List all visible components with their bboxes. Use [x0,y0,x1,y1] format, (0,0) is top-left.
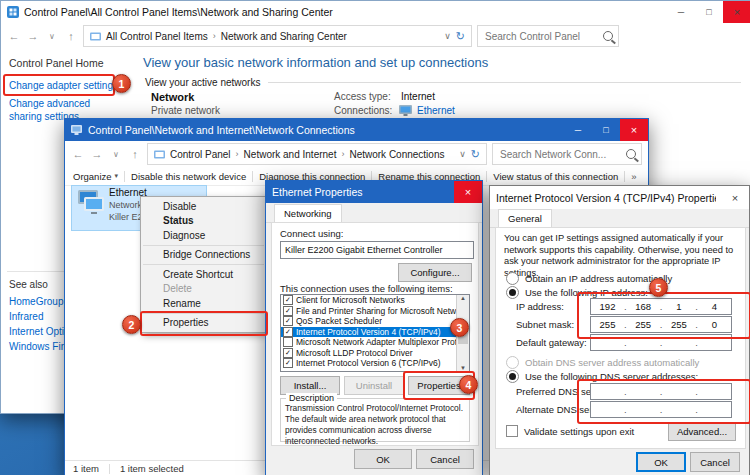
octet[interactable]: 255 [591,319,624,330]
sidebar-item-change-adapter-settings[interactable]: Change adapter settings [9,80,118,91]
octet[interactable]: 0 [698,319,731,330]
divider [268,82,741,83]
sidebar-item-control-panel-home[interactable]: Control Panel Home [9,57,104,69]
octet[interactable]: 1 [662,301,695,312]
tab-general[interactable]: General [498,209,552,228]
ethernet-item-network: Network [109,200,142,210]
menu-item-properties[interactable]: Properties [141,316,266,331]
forward-icon[interactable]: → [26,30,40,42]
breadcrumb-item[interactable]: All Control Panel Items [106,31,208,42]
list-item[interactable]: Microsoft Network Adapter Multiplexor Pr… [281,337,469,348]
menu-item-delete: Delete [141,282,266,297]
radio-selected-icon[interactable] [506,370,519,383]
minimize-button[interactable]: ─ [667,1,695,23]
history-dropdown-icon[interactable]: ∨ [45,32,59,41]
chevron-down-icon[interactable]: ∨ [459,149,466,159]
ok-button[interactable]: OK [636,452,686,472]
close-button[interactable]: × [620,119,648,141]
configure-button[interactable]: Configure... [398,263,472,282]
checkbox-label: Validate settings upon exit [524,426,634,437]
breadcrumb-item[interactable]: Network and Sharing Center [221,31,347,42]
annotation-badge-1: 1 [112,74,131,93]
checkbox-checked-icon[interactable]: ✓ [283,348,293,358]
octet[interactable]: 4 [698,301,731,312]
radio-use-dns[interactable]: Use the following DNS server addresses: [506,370,698,383]
close-button[interactable]: × [723,1,750,23]
octet[interactable]: 255 [662,319,695,330]
checkbox-checked-icon[interactable]: ✓ [283,295,293,305]
toolbar-overflow-icon[interactable]: » [631,171,636,182]
radio-selected-icon[interactable] [506,286,519,299]
scroll-up-icon[interactable]: ▲ [460,295,466,301]
checkbox-checked-icon[interactable]: ✓ [283,316,293,326]
scroll-down-icon[interactable]: ▼ [460,365,466,371]
access-type-label: Access type: [334,91,391,102]
toolbar-disable-device[interactable]: Disable this network device [131,171,246,182]
octet[interactable]: 168 [627,301,660,312]
list-item-label: Microsoft LLDP Protocol Driver [296,348,413,358]
chevron-down-icon[interactable]: ∨ [444,31,451,41]
octet[interactable]: 255 [627,319,660,330]
title-bar: Control Panel\All Control Panel Items\Ne… [1,1,750,23]
up-icon[interactable]: ↑ [64,30,78,42]
breadcrumb-item[interactable]: Network Connections [349,149,444,160]
connection-ethernet-link[interactable]: Ethernet [417,105,455,116]
subnet-mask-input[interactable]: 255. 255. 255. 0 [590,316,732,333]
list-item[interactable]: ✓Microsoft LLDP Protocol Driver [281,348,469,359]
octet[interactable]: 192 [591,301,624,312]
menu-item-diagnose[interactable]: Diagnose [141,228,266,243]
checkbox-unchecked-icon[interactable] [283,337,293,347]
network-connections-icon [71,125,83,135]
advanced-button[interactable]: Advanced... [668,422,736,441]
search-icon [626,149,636,159]
back-icon[interactable]: ← [71,148,85,160]
checkbox-checked-icon[interactable]: ✓ [283,306,293,316]
refresh-icon[interactable]: ↻ [471,148,480,161]
maximize-button[interactable]: □ [592,119,620,141]
checkbox-unchecked-icon[interactable] [506,425,518,437]
list-item[interactable]: ✓File and Printer Sharing for Microsoft … [281,306,469,317]
list-item[interactable]: ✓Client for Microsoft Networks [281,295,469,306]
close-button[interactable]: × [721,186,749,209]
toolbar-separator [486,171,487,182]
back-icon[interactable]: ← [7,30,21,42]
tab-networking[interactable]: Networking [274,204,342,223]
menu-item-create-shortcut[interactable]: Create Shortcut [141,267,266,282]
cancel-button[interactable]: Cancel [416,449,474,469]
ip-address-input[interactable]: 192. 168. 1. 4 [590,298,732,315]
annotation-badge-5: 5 [649,278,668,297]
checkbox-checked-icon[interactable]: ✓ [283,358,293,368]
list-item[interactable]: ✓Internet Protocol Version 6 (TCP/IPv6) [281,358,469,369]
ok-button[interactable]: OK [354,449,412,469]
caret-down-icon[interactable]: ▾ [115,172,119,180]
close-button[interactable]: × [454,181,482,203]
forward-icon[interactable]: → [90,148,104,160]
menu-item-rename[interactable]: Rename [141,296,266,311]
up-icon[interactable]: ↑ [128,148,142,160]
toolbar-organize[interactable]: Organize [73,171,112,182]
validate-checkbox-row[interactable]: Validate settings upon exit [506,425,634,437]
checkbox-checked-icon[interactable]: ✓ [283,327,293,337]
history-dropdown-icon[interactable]: ∨ [109,150,123,159]
list-item[interactable]: ✓QoS Packet Scheduler [281,316,469,327]
connection-items-list: ✓Client for Microsoft Networks ✓File and… [280,294,470,372]
radio-icon[interactable] [506,272,519,285]
minimize-button[interactable]: ─ [564,119,592,141]
radio-obtain-ip[interactable]: Obtain an IP address automatically [506,272,672,285]
menu-item-disable[interactable]: Disable [141,199,266,214]
search-input[interactable] [483,30,599,43]
preferred-dns-input[interactable]: . . . [590,383,732,400]
breadcrumb-item[interactable]: Control Panel [170,149,231,160]
list-item-selected[interactable]: ✓Internet Protocol Version 4 (TCP/IPv4) [281,327,469,338]
toolbar-view-status[interactable]: View status of this connection [493,171,618,182]
search-input[interactable] [498,148,622,161]
cancel-button[interactable]: Cancel [690,452,740,472]
maximize-button[interactable]: □ [695,1,723,23]
alternate-dns-input[interactable]: . . . [590,401,732,418]
default-gateway-input[interactable]: . . . [590,334,732,351]
menu-item-status[interactable]: Status [141,214,266,229]
refresh-icon[interactable]: ↻ [456,30,465,43]
radio-obtain-dns: Obtain DNS server address automatically [506,356,699,369]
breadcrumb-item[interactable]: Network and Internet [244,149,337,160]
menu-item-bridge-connections[interactable]: Bridge Connections [141,248,266,263]
